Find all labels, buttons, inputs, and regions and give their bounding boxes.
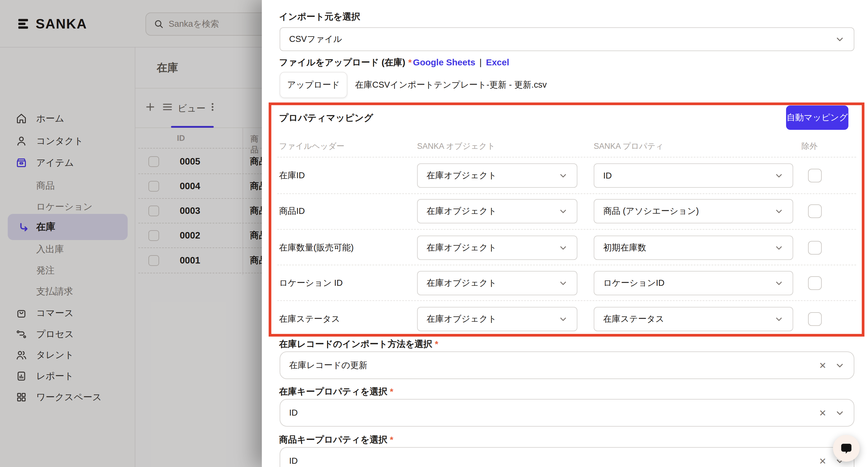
select-value: 在庫レコードの更新 (289, 359, 368, 371)
select-value: 在庫オブジェクト (427, 242, 497, 254)
file-header-label: 在庫ID (279, 164, 305, 188)
chevron-down-icon (835, 34, 845, 44)
object-select[interactable]: 在庫オブジェクト (417, 164, 578, 188)
uploaded-file-name: 在庫CSVインポートテンプレート-更新 - 更新.csv (355, 72, 547, 98)
chevron-down-icon (558, 279, 568, 288)
product-key-label: 商品キープロパティを選択 * (279, 434, 393, 446)
required-asterisk: * (435, 339, 438, 349)
select-value: CSVファイル (289, 33, 342, 45)
property-select[interactable]: ID (594, 164, 793, 188)
import-source-label: インポート元を選択 (279, 11, 361, 23)
import-modal: インポート元を選択 CSVファイル ファイルをアップロード (在庫) *Goog… (262, 0, 868, 467)
property-select[interactable]: 在庫ステータス (594, 307, 793, 331)
exclude-checkbox[interactable] (808, 169, 822, 182)
object-select[interactable]: 在庫オブジェクト (417, 236, 578, 260)
clear-icon[interactable]: ✕ (819, 408, 827, 418)
exclude-checkbox[interactable] (808, 204, 822, 218)
chevron-down-icon (558, 206, 568, 216)
chevron-down-icon (774, 206, 784, 216)
required-asterisk: * (390, 435, 393, 444)
upload-button-label: アップロード (287, 79, 340, 91)
object-select[interactable]: 在庫オブジェクト (417, 199, 578, 224)
chevron-down-icon (835, 408, 845, 418)
modal-backdrop[interactable] (0, 0, 262, 467)
required-asterisk: * (390, 386, 393, 396)
object-select[interactable]: 在庫オブジェクト (417, 307, 578, 331)
select-value: ID (289, 408, 298, 418)
inventory-key-label: 在庫キープロパティを選択 * (279, 386, 393, 398)
upload-file-label: ファイルをアップロード (在庫) (279, 56, 405, 69)
property-select[interactable]: 初期在庫数 (594, 236, 793, 260)
product-key-select[interactable]: ID ✕ (280, 447, 854, 467)
chevron-down-icon (774, 279, 784, 288)
row-divider (277, 194, 856, 194)
auto-mapping-button[interactable]: 自動マッピング (786, 106, 848, 130)
select-value: 在庫オブジェクト (427, 277, 497, 289)
property-mapping-title: プロパティマッピング (279, 112, 373, 124)
column-header-exclude: 除外 (802, 141, 817, 151)
object-select[interactable]: 在庫オブジェクト (417, 271, 578, 295)
excel-link[interactable]: Excel (486, 57, 509, 67)
file-header-label: 在庫数量(販売可能) (279, 236, 353, 260)
select-value: 在庫オブジェクト (427, 205, 497, 217)
chevron-down-icon (774, 314, 784, 324)
auto-mapping-label: 自動マッピング (787, 112, 848, 124)
chat-bubble-icon (839, 441, 853, 455)
header-divider (277, 157, 856, 157)
chevron-down-icon (558, 171, 568, 180)
select-value: 在庫オブジェクト (427, 170, 497, 181)
row-divider (277, 229, 856, 230)
select-value: 初期在庫数 (603, 242, 646, 254)
exclude-checkbox[interactable] (808, 241, 822, 255)
chevron-down-icon (835, 360, 845, 371)
property-select[interactable]: ロケーションID (594, 271, 793, 295)
import-source-select[interactable]: CSVファイル (280, 27, 854, 51)
google-sheets-link[interactable]: Google Sheets (413, 57, 475, 67)
file-header-label: 在庫ステータス (279, 307, 340, 331)
file-header-label: ロケーション ID (279, 271, 343, 295)
property-select[interactable]: 商品 (アソシエーション) (594, 199, 793, 224)
import-method-label: 在庫レコードのインポート方法を選択 * (279, 338, 438, 350)
upload-button[interactable]: アップロード (280, 72, 347, 98)
column-header-sanka-object: SANKA オブジェクト (417, 141, 495, 151)
file-header-label: 商品ID (279, 199, 305, 224)
row-divider (277, 300, 856, 301)
column-header-file-header: ファイルヘッダー (279, 141, 344, 151)
select-value: 在庫オブジェクト (427, 313, 497, 325)
clear-icon[interactable]: ✕ (819, 360, 827, 371)
select-value: 商品 (アソシエーション) (603, 205, 699, 217)
column-header-sanka-property: SANKA プロパティ (594, 141, 664, 151)
required-asterisk: * (408, 57, 412, 67)
link-separator: | (479, 57, 482, 67)
select-value: ロケーションID (603, 277, 664, 289)
chevron-down-icon (774, 243, 784, 253)
app-screen: SANKA Sankaを検索 ホーム コンタクト (0, 0, 868, 467)
chat-widget-button[interactable] (833, 435, 860, 462)
chevron-down-icon (558, 243, 568, 253)
select-value: ID (603, 171, 612, 181)
chevron-down-icon (774, 171, 784, 180)
clear-icon[interactable]: ✕ (819, 456, 827, 466)
row-divider (277, 265, 856, 265)
exclude-checkbox[interactable] (808, 312, 822, 326)
select-value: 在庫ステータス (603, 313, 664, 325)
import-method-select[interactable]: 在庫レコードの更新 ✕ (280, 351, 854, 379)
select-value: ID (289, 456, 298, 466)
chevron-down-icon (558, 314, 568, 324)
exclude-checkbox[interactable] (808, 276, 822, 290)
inventory-key-select[interactable]: ID ✕ (280, 399, 854, 427)
